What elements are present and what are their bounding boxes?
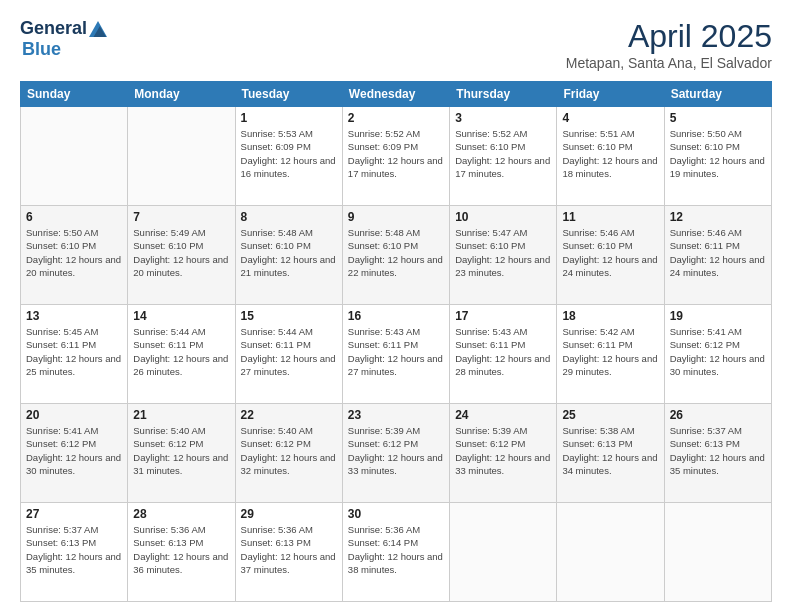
- day-number: 25: [562, 408, 658, 422]
- table-row: 23Sunrise: 5:39 AMSunset: 6:12 PMDayligh…: [342, 404, 449, 503]
- table-row: 5Sunrise: 5:50 AMSunset: 6:10 PMDaylight…: [664, 107, 771, 206]
- day-info: Sunrise: 5:53 AMSunset: 6:09 PMDaylight:…: [241, 127, 337, 180]
- day-info: Sunrise: 5:42 AMSunset: 6:11 PMDaylight:…: [562, 325, 658, 378]
- logo-icon: [89, 20, 107, 38]
- table-row: 28Sunrise: 5:36 AMSunset: 6:13 PMDayligh…: [128, 503, 235, 602]
- table-row: 3Sunrise: 5:52 AMSunset: 6:10 PMDaylight…: [450, 107, 557, 206]
- day-number: 30: [348, 507, 444, 521]
- day-number: 12: [670, 210, 766, 224]
- table-row: 14Sunrise: 5:44 AMSunset: 6:11 PMDayligh…: [128, 305, 235, 404]
- day-info: Sunrise: 5:37 AMSunset: 6:13 PMDaylight:…: [670, 424, 766, 477]
- day-number: 3: [455, 111, 551, 125]
- day-info: Sunrise: 5:37 AMSunset: 6:13 PMDaylight:…: [26, 523, 122, 576]
- day-info: Sunrise: 5:46 AMSunset: 6:10 PMDaylight:…: [562, 226, 658, 279]
- day-info: Sunrise: 5:41 AMSunset: 6:12 PMDaylight:…: [670, 325, 766, 378]
- table-row: 17Sunrise: 5:43 AMSunset: 6:11 PMDayligh…: [450, 305, 557, 404]
- logo-blue: Blue: [22, 39, 61, 59]
- day-info: Sunrise: 5:43 AMSunset: 6:11 PMDaylight:…: [455, 325, 551, 378]
- table-row: 9Sunrise: 5:48 AMSunset: 6:10 PMDaylight…: [342, 206, 449, 305]
- table-row: 15Sunrise: 5:44 AMSunset: 6:11 PMDayligh…: [235, 305, 342, 404]
- day-number: 11: [562, 210, 658, 224]
- day-number: 8: [241, 210, 337, 224]
- day-number: 10: [455, 210, 551, 224]
- table-row: 4Sunrise: 5:51 AMSunset: 6:10 PMDaylight…: [557, 107, 664, 206]
- table-row: 22Sunrise: 5:40 AMSunset: 6:12 PMDayligh…: [235, 404, 342, 503]
- title-area: April 2025 Metapan, Santa Ana, El Salvad…: [566, 18, 772, 71]
- day-info: Sunrise: 5:52 AMSunset: 6:10 PMDaylight:…: [455, 127, 551, 180]
- table-row: 13Sunrise: 5:45 AMSunset: 6:11 PMDayligh…: [21, 305, 128, 404]
- table-row: 6Sunrise: 5:50 AMSunset: 6:10 PMDaylight…: [21, 206, 128, 305]
- table-row: 8Sunrise: 5:48 AMSunset: 6:10 PMDaylight…: [235, 206, 342, 305]
- table-row: 26Sunrise: 5:37 AMSunset: 6:13 PMDayligh…: [664, 404, 771, 503]
- day-info: Sunrise: 5:40 AMSunset: 6:12 PMDaylight:…: [133, 424, 229, 477]
- calendar-week-row: 27Sunrise: 5:37 AMSunset: 6:13 PMDayligh…: [21, 503, 772, 602]
- table-row: [557, 503, 664, 602]
- day-number: 20: [26, 408, 122, 422]
- day-number: 22: [241, 408, 337, 422]
- day-info: Sunrise: 5:45 AMSunset: 6:11 PMDaylight:…: [26, 325, 122, 378]
- table-row: 25Sunrise: 5:38 AMSunset: 6:13 PMDayligh…: [557, 404, 664, 503]
- page: General Blue April 2025 Metapan, Santa A…: [0, 0, 792, 612]
- table-row: 24Sunrise: 5:39 AMSunset: 6:12 PMDayligh…: [450, 404, 557, 503]
- col-monday: Monday: [128, 82, 235, 107]
- header: General Blue April 2025 Metapan, Santa A…: [20, 18, 772, 71]
- col-thursday: Thursday: [450, 82, 557, 107]
- day-info: Sunrise: 5:44 AMSunset: 6:11 PMDaylight:…: [133, 325, 229, 378]
- calendar-header-row: Sunday Monday Tuesday Wednesday Thursday…: [21, 82, 772, 107]
- col-sunday: Sunday: [21, 82, 128, 107]
- day-info: Sunrise: 5:48 AMSunset: 6:10 PMDaylight:…: [348, 226, 444, 279]
- table-row: [21, 107, 128, 206]
- col-tuesday: Tuesday: [235, 82, 342, 107]
- day-number: 1: [241, 111, 337, 125]
- day-info: Sunrise: 5:52 AMSunset: 6:09 PMDaylight:…: [348, 127, 444, 180]
- col-friday: Friday: [557, 82, 664, 107]
- day-number: 26: [670, 408, 766, 422]
- table-row: 7Sunrise: 5:49 AMSunset: 6:10 PMDaylight…: [128, 206, 235, 305]
- calendar-week-row: 20Sunrise: 5:41 AMSunset: 6:12 PMDayligh…: [21, 404, 772, 503]
- day-number: 16: [348, 309, 444, 323]
- day-info: Sunrise: 5:51 AMSunset: 6:10 PMDaylight:…: [562, 127, 658, 180]
- day-number: 14: [133, 309, 229, 323]
- day-number: 15: [241, 309, 337, 323]
- day-info: Sunrise: 5:36 AMSunset: 6:14 PMDaylight:…: [348, 523, 444, 576]
- table-row: 19Sunrise: 5:41 AMSunset: 6:12 PMDayligh…: [664, 305, 771, 404]
- day-number: 29: [241, 507, 337, 521]
- table-row: 20Sunrise: 5:41 AMSunset: 6:12 PMDayligh…: [21, 404, 128, 503]
- day-info: Sunrise: 5:47 AMSunset: 6:10 PMDaylight:…: [455, 226, 551, 279]
- table-row: 18Sunrise: 5:42 AMSunset: 6:11 PMDayligh…: [557, 305, 664, 404]
- calendar-week-row: 13Sunrise: 5:45 AMSunset: 6:11 PMDayligh…: [21, 305, 772, 404]
- table-row: [128, 107, 235, 206]
- day-number: 19: [670, 309, 766, 323]
- day-number: 24: [455, 408, 551, 422]
- table-row: 30Sunrise: 5:36 AMSunset: 6:14 PMDayligh…: [342, 503, 449, 602]
- day-info: Sunrise: 5:44 AMSunset: 6:11 PMDaylight:…: [241, 325, 337, 378]
- table-row: 29Sunrise: 5:36 AMSunset: 6:13 PMDayligh…: [235, 503, 342, 602]
- day-number: 18: [562, 309, 658, 323]
- logo: General Blue: [20, 18, 107, 60]
- day-info: Sunrise: 5:49 AMSunset: 6:10 PMDaylight:…: [133, 226, 229, 279]
- calendar-week-row: 6Sunrise: 5:50 AMSunset: 6:10 PMDaylight…: [21, 206, 772, 305]
- table-row: [450, 503, 557, 602]
- calendar-week-row: 1Sunrise: 5:53 AMSunset: 6:09 PMDaylight…: [21, 107, 772, 206]
- table-row: 12Sunrise: 5:46 AMSunset: 6:11 PMDayligh…: [664, 206, 771, 305]
- day-info: Sunrise: 5:43 AMSunset: 6:11 PMDaylight:…: [348, 325, 444, 378]
- day-number: 27: [26, 507, 122, 521]
- day-info: Sunrise: 5:46 AMSunset: 6:11 PMDaylight:…: [670, 226, 766, 279]
- day-number: 9: [348, 210, 444, 224]
- table-row: 2Sunrise: 5:52 AMSunset: 6:09 PMDaylight…: [342, 107, 449, 206]
- table-row: 1Sunrise: 5:53 AMSunset: 6:09 PMDaylight…: [235, 107, 342, 206]
- day-info: Sunrise: 5:50 AMSunset: 6:10 PMDaylight:…: [670, 127, 766, 180]
- day-number: 28: [133, 507, 229, 521]
- table-row: 27Sunrise: 5:37 AMSunset: 6:13 PMDayligh…: [21, 503, 128, 602]
- location: Metapan, Santa Ana, El Salvador: [566, 55, 772, 71]
- col-saturday: Saturday: [664, 82, 771, 107]
- table-row: 21Sunrise: 5:40 AMSunset: 6:12 PMDayligh…: [128, 404, 235, 503]
- day-info: Sunrise: 5:50 AMSunset: 6:10 PMDaylight:…: [26, 226, 122, 279]
- table-row: [664, 503, 771, 602]
- day-info: Sunrise: 5:48 AMSunset: 6:10 PMDaylight:…: [241, 226, 337, 279]
- day-number: 17: [455, 309, 551, 323]
- day-number: 6: [26, 210, 122, 224]
- day-number: 7: [133, 210, 229, 224]
- day-info: Sunrise: 5:40 AMSunset: 6:12 PMDaylight:…: [241, 424, 337, 477]
- day-info: Sunrise: 5:41 AMSunset: 6:12 PMDaylight:…: [26, 424, 122, 477]
